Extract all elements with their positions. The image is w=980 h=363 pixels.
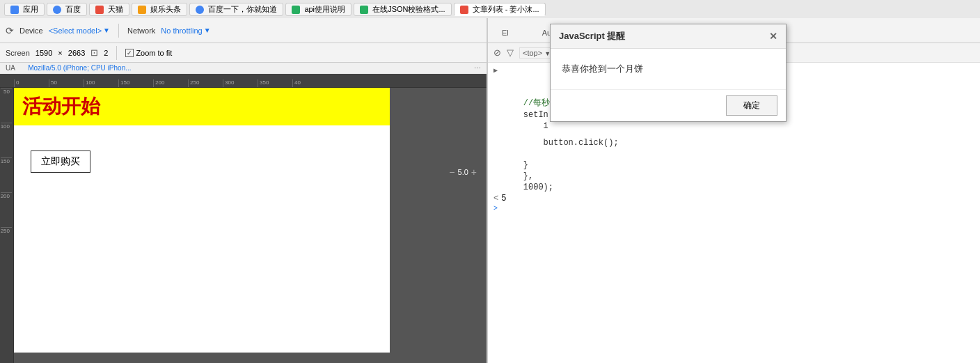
apps-favicon xyxy=(10,6,19,14)
code-content-8: 1000); xyxy=(503,183,553,192)
ruler-mark-350: 350 xyxy=(258,79,292,87)
code-line-8: 1000); xyxy=(488,182,980,193)
code-line-6: } xyxy=(488,160,980,171)
browser-window: 应用 百度 天猫 娱乐头条 百度一下，你就知道 api使用说明 在线JSON校验… xyxy=(0,0,980,363)
result-left-arrow: < xyxy=(493,194,498,203)
zoom-checkbox-box[interactable]: ✓ xyxy=(125,49,134,57)
ruler-left-mark-250: 250 xyxy=(1,227,12,262)
json-favicon xyxy=(360,6,368,14)
device-model-select[interactable]: <Select model> ▼ xyxy=(49,26,110,35)
console-caret-line[interactable]: > xyxy=(488,204,980,215)
ruler-mark-100: 100 xyxy=(84,79,118,87)
js-dialog-message: 恭喜你抢到一个月饼 xyxy=(562,63,643,74)
ruler-mark-50: 50 xyxy=(49,79,84,87)
ruler-mark-400: 40 xyxy=(292,79,327,87)
tab-baidu[interactable]: 百度 xyxy=(47,3,87,16)
tab-json[interactable]: 在线JSON校验格式... xyxy=(354,3,452,16)
ruler-mark-0: 0 xyxy=(14,79,49,87)
ua-line: UA Mozilla/5.0 (iPhone; CPU iPhon... ⋯ xyxy=(0,63,487,74)
js-alert-dialog: JavaScript 提醒 ✕ 恭喜你抢到一个月饼 确定 xyxy=(550,24,787,122)
tab-apps[interactable]: 应用 xyxy=(4,3,45,16)
js-dialog-ok-button[interactable]: 确定 xyxy=(726,95,777,116)
js-dialog-close-button[interactable]: ✕ xyxy=(769,31,777,42)
js-dialog-body: 恭喜你抢到一个月饼 xyxy=(551,49,786,89)
times-symbol: × xyxy=(58,49,62,57)
screen-width: 1590 xyxy=(35,49,52,57)
caret-arrow: > xyxy=(493,205,503,213)
code-line-4: i xyxy=(488,121,980,132)
article-favicon xyxy=(460,6,468,14)
ruler-marks-left: 50 100 150 200 250 xyxy=(1,88,12,262)
emulator-section: ⟳ Device <Select model> ▼ Network No thr… xyxy=(0,18,487,363)
code-content-7: }, xyxy=(503,171,533,181)
ruler-mark-200: 200 xyxy=(153,79,188,87)
throttle-select[interactable]: No throttling ▼ xyxy=(161,26,210,35)
rotate-icon[interactable]: ⟳ xyxy=(6,25,14,36)
device-screen: 活动开始 立即购买 xyxy=(14,88,390,353)
device-toolbar-row2: Screen 1590 × 2663 ⊡ 2 ✓ Zoom to fit xyxy=(0,43,487,63)
filter-icon[interactable]: ▽ xyxy=(507,47,514,58)
console-result-line: < 5 xyxy=(488,193,980,204)
tab-baidu-search[interactable]: 百度一下，你就知道 xyxy=(189,3,283,16)
tab-tianmao[interactable]: 天猫 xyxy=(89,3,129,16)
browser-tab-bar: 应用 百度 天猫 娱乐头条 百度一下，你就知道 api使用说明 在线JSON校验… xyxy=(0,0,980,18)
code-content-3: setIn xyxy=(503,110,548,120)
toolbar-divider-1 xyxy=(118,24,119,38)
ruler-left-mark-50: 50 xyxy=(1,88,12,123)
js-dialog-header: JavaScript 提醒 ✕ xyxy=(551,24,786,49)
scale-value: 2 xyxy=(104,49,108,57)
clear-console-icon[interactable]: ⊘ xyxy=(493,47,501,58)
throttle-chevron-icon: ▼ xyxy=(204,26,211,34)
code-content-5: button.click(); xyxy=(503,138,619,148)
ruler-top: 0 50 100 150 200 250 300 350 40 xyxy=(0,74,487,88)
ruler-mark-150: 150 xyxy=(118,79,153,87)
more-icon[interactable]: ⋯ xyxy=(474,64,481,72)
code-content-2: //每秒 xyxy=(503,97,550,109)
emulator-area: 0 50 100 150 200 250 300 350 40 50 xyxy=(0,74,487,363)
scale-icon[interactable]: ⊡ xyxy=(90,47,98,58)
baidu-favicon xyxy=(53,6,61,14)
tab-article[interactable]: 文章列表 - 姜小沫... xyxy=(454,3,546,16)
console-context-select[interactable]: <top> ▼ xyxy=(519,47,554,59)
ua-label: UA xyxy=(6,64,15,72)
yule-favicon xyxy=(138,6,146,14)
ruler-left-mark-200: 200 xyxy=(1,192,12,227)
buy-button[interactable]: 立即购买 xyxy=(31,150,90,173)
tab-api[interactable]: api使用说明 xyxy=(285,3,351,16)
code-content-4: i xyxy=(503,121,548,131)
screen-height: 2663 xyxy=(68,49,85,57)
device-label: Device xyxy=(19,26,43,35)
tianmao-favicon xyxy=(95,6,104,14)
page-banner: 活动开始 xyxy=(14,88,390,125)
ruler-mark-250: 250 xyxy=(188,79,223,87)
tab-yule[interactable]: 娱乐头条 xyxy=(132,3,187,16)
zoom-minus-button[interactable]: − xyxy=(449,167,455,178)
ruler-left-mark-100: 100 xyxy=(1,123,12,157)
tab-network[interactable] xyxy=(517,33,534,43)
ruler-marks-top: 0 50 100 150 200 250 300 350 40 xyxy=(14,79,327,87)
ruler-left: 50 100 150 200 250 xyxy=(0,88,14,363)
code-spacer2 xyxy=(488,148,980,160)
result-value: 5 xyxy=(501,194,506,203)
zoom-plus-button[interactable]: + xyxy=(471,167,477,178)
code-line-7: }, xyxy=(488,171,980,182)
code-line-5: button.click(); xyxy=(488,137,980,148)
zoom-to-fit-checkbox[interactable]: ✓ Zoom to fit xyxy=(125,49,172,57)
tab-elements[interactable]: El xyxy=(493,24,517,43)
js-dialog-footer: 确定 xyxy=(551,89,786,121)
device-toolbar: ⟳ Device <Select model> ▼ Network No thr… xyxy=(0,18,487,43)
code-arrow-1: ▶ xyxy=(493,66,503,75)
ua-value[interactable]: Mozilla/5.0 (iPhone; CPU iPhon... xyxy=(28,64,131,72)
baidu-search-favicon xyxy=(196,6,204,14)
toolbar-divider-2 xyxy=(116,46,117,60)
api-favicon xyxy=(292,6,300,14)
zoom-controls: − 5.0 + xyxy=(445,164,481,180)
ruler-mark-300: 300 xyxy=(223,79,258,87)
screen-label: Screen xyxy=(6,49,30,57)
page-buy-button-wrapper[interactable]: 立即购买 xyxy=(22,137,381,187)
network-label: Network xyxy=(127,26,155,35)
code-spacer xyxy=(488,132,980,137)
js-dialog-title: JavaScript 提醒 xyxy=(559,30,625,43)
zoom-value: 5.0 xyxy=(458,168,468,176)
chevron-down-icon: ▼ xyxy=(103,26,110,34)
